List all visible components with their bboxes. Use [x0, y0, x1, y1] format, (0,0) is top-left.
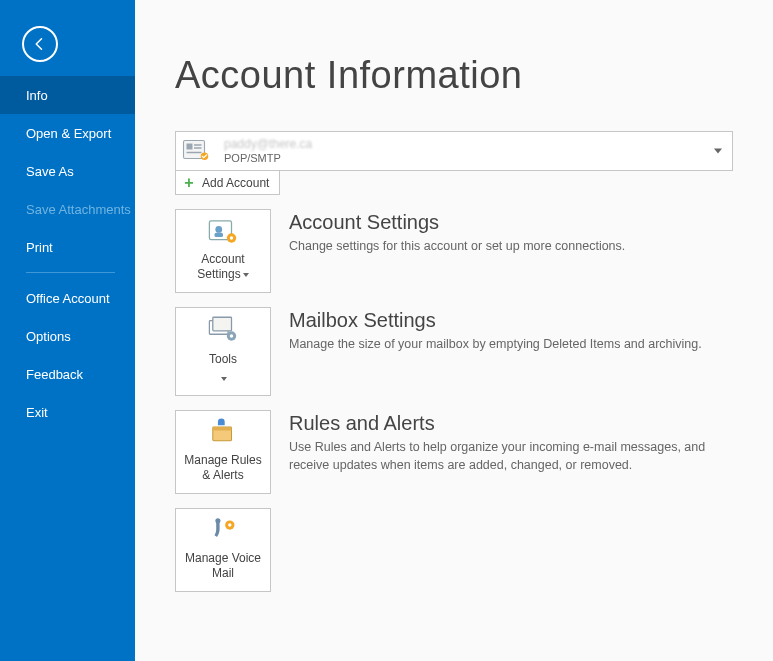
account-type: POP/SMTP: [224, 152, 312, 164]
svg-point-14: [230, 334, 233, 337]
tile-label: Manage Voice Mail: [185, 551, 261, 581]
section-title: Account Settings: [289, 211, 625, 234]
svg-rect-2: [194, 144, 202, 146]
desc-account-settings: Account Settings Change settings for thi…: [289, 209, 625, 256]
account-selector[interactable]: paddy@there.ca POP/SMTP: [175, 131, 733, 171]
back-area: [0, 0, 135, 76]
sidebar-primary-group: Info Open & Export Save As Save Attachme…: [0, 76, 135, 431]
svg-rect-1: [187, 144, 193, 150]
tile-label: Tools: [209, 352, 237, 367]
section-desc: Use Rules and Alerts to help organize yo…: [289, 439, 729, 474]
sidebar-item-label: Office Account: [26, 291, 110, 306]
tile-account-settings[interactable]: Account Settings: [175, 209, 271, 293]
sidebar-item-feedback[interactable]: Feedback: [0, 355, 135, 393]
svg-point-18: [215, 518, 220, 523]
tile-label: Account Settings: [197, 252, 248, 282]
tile-voice-mail[interactable]: Manage Voice Mail: [175, 508, 271, 592]
desc-rules-alerts: Rules and Alerts Use Rules and Alerts to…: [289, 410, 729, 474]
row-account-settings: Account Settings Account Settings Change…: [175, 209, 733, 293]
sidebar-item-label: Save As: [26, 164, 74, 179]
svg-point-17: [220, 420, 222, 422]
page-title: Account Information: [175, 54, 733, 97]
svg-point-7: [215, 226, 222, 233]
svg-point-10: [230, 236, 233, 239]
desc-mailbox-settings: Mailbox Settings Manage the size of your…: [289, 307, 702, 354]
row-voice-mail: Manage Voice Mail: [175, 508, 733, 592]
sidebar-item-label: Exit: [26, 405, 48, 420]
sidebar-item-label: Options: [26, 329, 71, 344]
tile-label: Manage Rules & Alerts: [184, 453, 261, 483]
rules-alerts-icon: [206, 418, 240, 448]
svg-rect-3: [194, 147, 202, 149]
back-button[interactable]: [22, 26, 58, 62]
sidebar-item-exit[interactable]: Exit: [0, 393, 135, 431]
svg-point-20: [228, 523, 231, 526]
account-email: paddy@there.ca: [224, 138, 312, 151]
add-account-button[interactable]: + Add Account: [175, 171, 280, 195]
content: Account Information paddy@there.ca POP/S…: [135, 0, 773, 592]
sidebar-item-open-export[interactable]: Open & Export: [0, 114, 135, 152]
back-arrow-icon: [31, 35, 49, 53]
tile-tools[interactable]: Tools: [175, 307, 271, 396]
main-pane: Account Information paddy@there.ca POP/S…: [135, 0, 773, 661]
sidebar-item-save-as[interactable]: Save As: [0, 152, 135, 190]
sidebar-divider: [26, 272, 115, 273]
tools-icon: [206, 315, 240, 345]
backstage-sidebar: Info Open & Export Save As Save Attachme…: [0, 0, 135, 661]
voice-mail-icon: [206, 516, 240, 546]
row-mailbox-settings: Tools Mailbox Settings Manage the size o…: [175, 307, 733, 396]
sidebar-item-office-account[interactable]: Office Account: [0, 279, 135, 317]
chevron-down-icon: [714, 149, 722, 154]
section-desc: Change settings for this account or set …: [289, 238, 625, 256]
sidebar-item-save-attachments: Save Attachments: [0, 190, 135, 228]
sidebar-item-label: Feedback: [26, 367, 83, 382]
app-root: Info Open & Export Save As Save Attachme…: [0, 0, 773, 661]
plus-icon: +: [182, 176, 196, 190]
section-title: Rules and Alerts: [289, 412, 729, 435]
svg-rect-8: [215, 233, 224, 237]
tile-rules-alerts[interactable]: Manage Rules & Alerts: [175, 410, 271, 494]
sections: Account Settings Account Settings Change…: [175, 209, 733, 592]
sidebar-item-label: Save Attachments: [26, 202, 131, 217]
account-settings-icon: [206, 217, 240, 247]
sidebar-item-label: Open & Export: [26, 126, 111, 141]
account-card-icon: [182, 137, 212, 165]
section-title: Mailbox Settings: [289, 309, 702, 332]
svg-rect-4: [187, 152, 202, 154]
row-rules-alerts: Manage Rules & Alerts Rules and Alerts U…: [175, 410, 733, 494]
sidebar-item-info[interactable]: Info: [0, 76, 135, 114]
svg-rect-16: [213, 427, 232, 430]
chevron-down-icon: [243, 273, 249, 277]
add-account-label: Add Account: [202, 176, 269, 190]
chevron-down-icon: [221, 377, 227, 381]
account-info: paddy@there.ca POP/SMTP: [224, 138, 312, 163]
svg-rect-12: [213, 317, 232, 331]
sidebar-item-label: Print: [26, 240, 53, 255]
sidebar-item-options[interactable]: Options: [0, 317, 135, 355]
sidebar-item-print[interactable]: Print: [0, 228, 135, 266]
section-desc: Manage the size of your mailbox by empty…: [289, 336, 702, 354]
sidebar-item-label: Info: [26, 88, 48, 103]
